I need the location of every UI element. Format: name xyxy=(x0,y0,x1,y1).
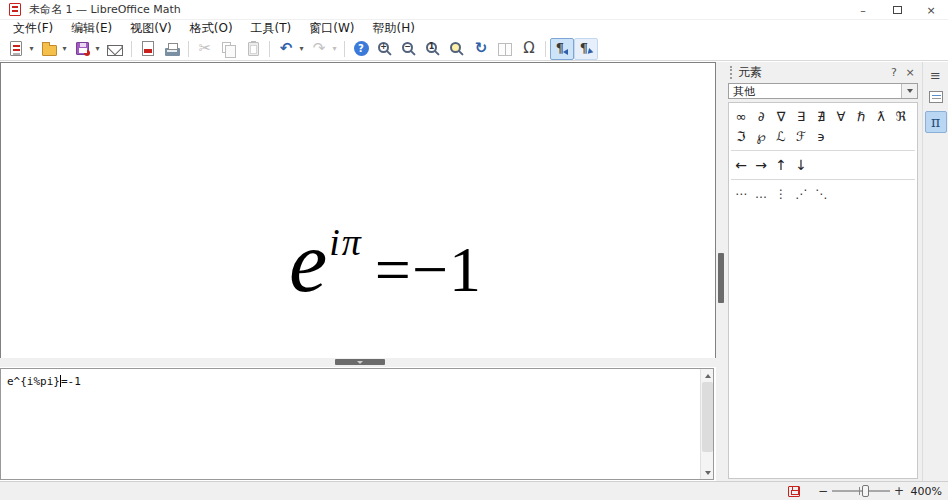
save-dropdown-caret[interactable]: ▾ xyxy=(93,44,102,53)
split-view-icon xyxy=(498,43,512,56)
open-button[interactable] xyxy=(37,38,61,60)
export-pdf-button[interactable] xyxy=(136,38,160,60)
window-title: 未命名 1 — LibreOffice Math xyxy=(29,2,181,17)
undo-icon: ↶ xyxy=(280,41,293,56)
statusbar-zoom-out-button[interactable]: − xyxy=(816,484,830,498)
symbol-button[interactable]: ∄ xyxy=(811,106,831,126)
email-button[interactable] xyxy=(103,38,127,60)
formula-cursor-button[interactable]: ¶ xyxy=(550,38,574,60)
symbol-button[interactable]: ƛ xyxy=(871,106,891,126)
update-button[interactable]: ↻ xyxy=(469,38,493,60)
symbol-button[interactable]: ∀ xyxy=(831,106,851,126)
cut-button[interactable]: ✂ xyxy=(193,38,217,60)
symbol-button[interactable]: ↓ xyxy=(791,155,811,175)
vertical-splitter-handle[interactable] xyxy=(718,253,724,303)
zoom-out-glyph: − xyxy=(404,43,411,51)
undo-dropdown-caret[interactable]: ▾ xyxy=(297,44,306,53)
zoom-100-button[interactable]: 1 xyxy=(421,38,445,60)
symbol-button[interactable]: ⋱ xyxy=(811,184,831,204)
symbol-button[interactable]: ← xyxy=(731,155,751,175)
command-scrollbar[interactable] xyxy=(700,369,713,479)
symbols-button[interactable]: Ω xyxy=(517,38,541,60)
symbol-button[interactable]: ∂ xyxy=(751,106,771,126)
close-button[interactable]: × xyxy=(914,0,948,20)
redo-icon: ↷ xyxy=(313,41,326,56)
modified-badge-icon xyxy=(84,50,90,56)
symbol-button[interactable]: → xyxy=(751,155,771,175)
paste-button[interactable] xyxy=(241,38,265,60)
symbol-button[interactable]: ℏ xyxy=(851,106,871,126)
menu-item[interactable]: 文件(F) xyxy=(4,20,62,37)
document-modified-icon[interactable] xyxy=(788,486,800,497)
zoom-in-glyph: + xyxy=(380,43,387,51)
properties-tab[interactable] xyxy=(925,87,947,107)
open-dropdown-caret[interactable]: ▾ xyxy=(60,44,69,53)
symbol-button[interactable]: ℱ xyxy=(791,126,811,146)
zoom-slider[interactable] xyxy=(832,482,890,500)
menu-item[interactable]: 格式(O) xyxy=(181,20,242,37)
symbol-button[interactable]: ⋯ xyxy=(731,184,751,204)
save-button[interactable] xyxy=(70,38,94,60)
horizontal-splitter[interactable] xyxy=(0,358,726,367)
formula-preview-area[interactable]: eiπ=−1 xyxy=(0,62,716,358)
symbol-button[interactable]: ℑ xyxy=(731,126,751,146)
dropdown-arrow-icon[interactable] xyxy=(901,84,917,98)
menu-item[interactable]: 帮助(H) xyxy=(364,20,424,37)
symbol-button[interactable]: ϶ xyxy=(811,126,831,146)
new-dropdown-caret[interactable]: ▾ xyxy=(27,44,36,53)
copy-button[interactable] xyxy=(217,38,241,60)
zoom-out-button[interactable]: − xyxy=(397,38,421,60)
symbol-button[interactable]: ⋮ xyxy=(771,184,791,204)
elements-tab[interactable]: π xyxy=(925,111,947,133)
redo-dropdown-caret[interactable]: ▾ xyxy=(330,44,339,53)
undo-button[interactable]: ↶ xyxy=(274,38,298,60)
redo-button[interactable]: ↷ xyxy=(307,38,331,60)
zoom-slider-thumb[interactable] xyxy=(862,485,869,497)
maximize-button[interactable] xyxy=(880,0,914,20)
menu-item[interactable]: 窗口(W) xyxy=(300,20,363,37)
split-view-button[interactable] xyxy=(493,38,517,60)
symbol-button[interactable]: ℒ xyxy=(771,126,791,146)
splitter-handle[interactable] xyxy=(335,359,385,365)
zoom-level-value[interactable]: 400% xyxy=(906,485,944,498)
scrollbar-thumb[interactable] xyxy=(702,382,713,452)
scroll-up-button[interactable] xyxy=(701,369,714,382)
panel-help-button[interactable]: ? xyxy=(886,64,902,80)
panel-grip-icon[interactable] xyxy=(730,66,733,79)
command-window[interactable]: e^{i%pi}=-1 xyxy=(0,368,714,480)
app-icon xyxy=(9,3,21,16)
insert-text-cursor-button[interactable]: ¶ xyxy=(574,38,598,60)
scroll-down-button[interactable] xyxy=(701,466,714,479)
vertical-splitter[interactable] xyxy=(716,62,726,481)
omega-symbols-icon: Ω xyxy=(523,41,534,56)
elements-panel-header: 元素 ? × xyxy=(726,62,922,82)
category-dropdown[interactable]: 其他 xyxy=(728,83,918,99)
menu-item[interactable]: 工具(T) xyxy=(242,20,301,37)
command-text[interactable]: e^{i%pi}=-1 xyxy=(7,375,81,388)
new-formula-button[interactable] xyxy=(4,38,28,60)
help-icon: ? xyxy=(354,41,369,56)
maximize-icon xyxy=(893,6,902,14)
print-button[interactable] xyxy=(160,38,184,60)
symbols-separator xyxy=(731,150,915,151)
symbol-button[interactable]: ∇ xyxy=(771,106,791,126)
show-all-button[interactable] xyxy=(445,38,469,60)
symbol-button[interactable]: ↑ xyxy=(771,155,791,175)
menu-item[interactable]: 编辑(E) xyxy=(62,20,121,37)
symbol-button[interactable]: ∞ xyxy=(731,106,751,126)
symbol-button[interactable]: ⋰ xyxy=(791,184,811,204)
symbol-button[interactable]: ∃ xyxy=(791,106,811,126)
symbol-button[interactable]: ℜ xyxy=(891,106,911,126)
menu-item[interactable]: 视图(V) xyxy=(121,20,181,37)
symbol-button[interactable]: ℘ xyxy=(751,126,771,146)
panel-close-button[interactable]: × xyxy=(902,64,918,80)
help-button[interactable]: ? xyxy=(349,38,373,60)
sidebar-settings-button[interactable]: ≡ xyxy=(925,65,947,85)
symbol-button[interactable]: … xyxy=(751,184,771,204)
statusbar-zoom-in-button[interactable]: + xyxy=(892,484,906,498)
zoom-in-button[interactable]: + xyxy=(373,38,397,60)
zoom-100-glyph: 1 xyxy=(429,43,435,51)
minimize-button[interactable]: – xyxy=(846,0,880,20)
open-folder-icon xyxy=(42,45,57,56)
properties-icon xyxy=(929,91,943,103)
